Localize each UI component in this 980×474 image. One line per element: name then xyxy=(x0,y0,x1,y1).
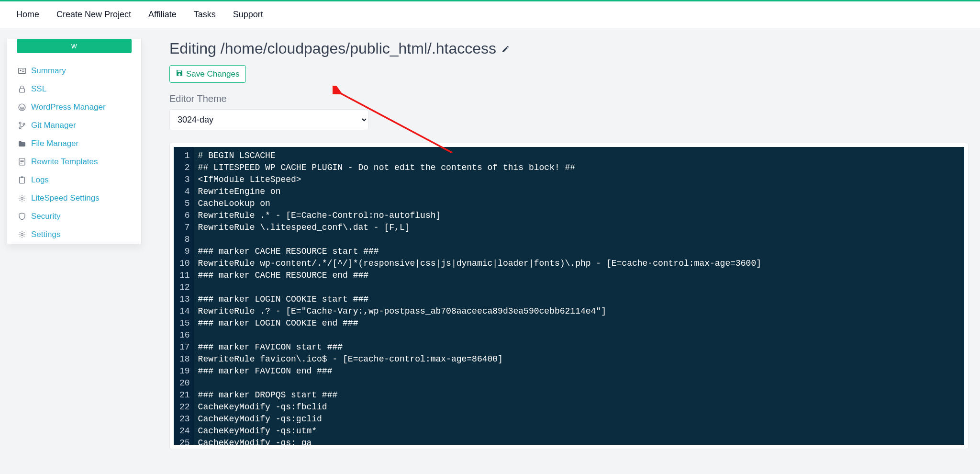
svg-point-7 xyxy=(19,127,21,129)
sidebar-item-label: Summary xyxy=(31,66,66,76)
code-editor[interactable]: 1234567891011121314151617181920212223242… xyxy=(174,147,964,445)
sidebar-item-label: SSL xyxy=(31,84,46,94)
nav-create-new-project[interactable]: Create New Project xyxy=(48,6,140,23)
save-changes-button[interactable]: Save Changes xyxy=(169,65,246,83)
code-line[interactable]: RewriteRule \.litespeed_conf\.dat - [F,L… xyxy=(198,222,761,234)
svg-rect-10 xyxy=(21,160,24,160)
git-branch-icon xyxy=(18,122,26,129)
code-line[interactable]: CacheKeyModify -qs:_ga xyxy=(198,437,761,445)
sidebar-item-logs[interactable]: Logs xyxy=(7,171,141,189)
line-number: 9 xyxy=(179,246,190,258)
sidebar-item-label: Logs xyxy=(31,175,49,185)
line-number: 14 xyxy=(179,305,190,317)
code-line[interactable]: CacheKeyModify -qs:gclid xyxy=(198,413,761,425)
line-number: 21 xyxy=(179,389,190,401)
code-line[interactable]: ### marker FAVICON start ### xyxy=(198,341,761,353)
sidebar: w Summary SSL WordPress Manager xyxy=(7,39,142,244)
code-line[interactable] xyxy=(198,329,761,341)
line-number: 8 xyxy=(179,234,190,246)
svg-rect-4 xyxy=(20,89,25,92)
nav-support[interactable]: Support xyxy=(224,6,272,23)
sidebar-item-label: Rewrite Templates xyxy=(31,157,98,167)
code-line[interactable]: ### marker LOGIN COOKIE end ### xyxy=(198,317,761,329)
svg-rect-3 xyxy=(22,71,24,72)
svg-point-1 xyxy=(20,69,21,71)
sidebar-item-litespeed-settings[interactable]: LiteSpeed Settings xyxy=(7,189,141,207)
svg-rect-13 xyxy=(20,177,25,183)
svg-rect-2 xyxy=(22,70,24,70)
code-line[interactable]: RewriteRule wp-content/.*/[^/]*(responsi… xyxy=(198,258,761,270)
sidebar-item-label: WordPress Manager xyxy=(31,102,106,112)
nav-affiliate[interactable]: Affiliate xyxy=(140,6,185,23)
pencil-icon[interactable] xyxy=(501,40,511,57)
svg-point-8 xyxy=(23,123,25,125)
code-line[interactable]: ### marker CACHE RESOURCE start ### xyxy=(198,246,761,258)
code-line[interactable]: RewriteRule .? - [E="Cache-Vary:,wp-post… xyxy=(198,305,761,317)
sidebar-item-settings[interactable]: Settings xyxy=(7,226,141,244)
line-number: 23 xyxy=(179,413,190,425)
svg-point-16 xyxy=(21,234,23,236)
line-number: 2 xyxy=(179,162,190,174)
line-number: 19 xyxy=(179,365,190,377)
svg-rect-0 xyxy=(19,68,26,74)
wordpress-icon xyxy=(18,103,26,111)
line-number: 6 xyxy=(179,210,190,222)
line-number: 7 xyxy=(179,222,190,234)
line-number: 25 xyxy=(179,437,190,445)
line-number: 4 xyxy=(179,186,190,198)
code-line[interactable]: <IfModule LiteSpeed> xyxy=(198,174,761,186)
code-area[interactable]: # BEGIN LSCACHE## LITESPEED WP CACHE PLU… xyxy=(194,147,767,445)
editor-theme-select[interactable]: 3024-day xyxy=(169,109,368,130)
sidebar-item-file-manager[interactable]: File Manager xyxy=(7,135,141,153)
svg-point-6 xyxy=(19,122,21,124)
sidebar-item-rewrite-templates[interactable]: Rewrite Templates xyxy=(7,153,141,171)
code-line[interactable]: ## LITESPEED WP CACHE PLUGIN - Do not ed… xyxy=(198,162,761,174)
code-line[interactable]: ### marker CACHE RESOURCE end ### xyxy=(198,270,761,282)
code-line[interactable]: # BEGIN LSCACHE xyxy=(198,150,761,162)
svg-rect-12 xyxy=(21,163,22,163)
code-line[interactable]: ### marker FAVICON end ### xyxy=(198,365,761,377)
nav-home[interactable]: Home xyxy=(8,6,48,23)
lock-icon xyxy=(18,85,26,93)
line-number: 22 xyxy=(179,401,190,413)
sidebar-item-summary[interactable]: Summary xyxy=(7,62,141,80)
code-line[interactable]: RewriteRule favicon\.ico$ - [E=cache-con… xyxy=(198,353,761,365)
main-content: Editing /home/cloudpages/public_html/.ht… xyxy=(148,28,980,474)
code-line[interactable] xyxy=(198,377,761,389)
line-number: 12 xyxy=(179,282,190,293)
code-line[interactable] xyxy=(198,234,761,246)
line-number: 5 xyxy=(179,198,190,210)
code-line[interactable]: RewriteRule .* - [E=Cache-Control:no-aut… xyxy=(198,210,761,222)
template-icon xyxy=(18,158,26,166)
line-number: 11 xyxy=(179,270,190,282)
code-line[interactable]: ### marker DROPQS start ### xyxy=(198,389,761,401)
sidebar-item-ssl[interactable]: SSL xyxy=(7,80,141,98)
line-number: 24 xyxy=(179,425,190,437)
sidebar-item-git-manager[interactable]: Git Manager xyxy=(7,116,141,135)
line-number: 3 xyxy=(179,174,190,186)
code-line[interactable]: CacheLookup on xyxy=(198,198,761,210)
nav-tasks[interactable]: Tasks xyxy=(185,6,224,23)
sidebar-item-label: LiteSpeed Settings xyxy=(31,193,100,203)
sidebar-item-label: Settings xyxy=(31,230,60,239)
svg-rect-14 xyxy=(21,177,23,178)
sidebar-item-label: File Manager xyxy=(31,139,78,148)
sidebar-item-label: Git Manager xyxy=(31,121,76,130)
line-number: 10 xyxy=(179,258,190,270)
code-line[interactable] xyxy=(198,282,761,293)
svg-rect-11 xyxy=(21,161,24,162)
line-number: 20 xyxy=(179,377,190,389)
gear-icon xyxy=(18,231,26,238)
code-line[interactable]: RewriteEngine on xyxy=(198,186,761,198)
sidebar-item-wordpress-manager[interactable]: WordPress Manager xyxy=(7,98,141,116)
line-number: 1 xyxy=(179,150,190,162)
folder-icon xyxy=(18,141,26,147)
code-line[interactable]: ### marker LOGIN COOKIE start ### xyxy=(198,293,761,305)
line-number: 13 xyxy=(179,293,190,305)
code-line[interactable]: CacheKeyModify -qs:utm* xyxy=(198,425,761,437)
clipboard-icon xyxy=(18,176,26,184)
site-pill-button[interactable]: w xyxy=(17,39,132,53)
code-line[interactable]: CacheKeyModify -qs:fbclid xyxy=(198,401,761,413)
top-nav: Home Create New Project Affiliate Tasks … xyxy=(0,1,980,28)
sidebar-item-security[interactable]: Security xyxy=(7,207,141,226)
